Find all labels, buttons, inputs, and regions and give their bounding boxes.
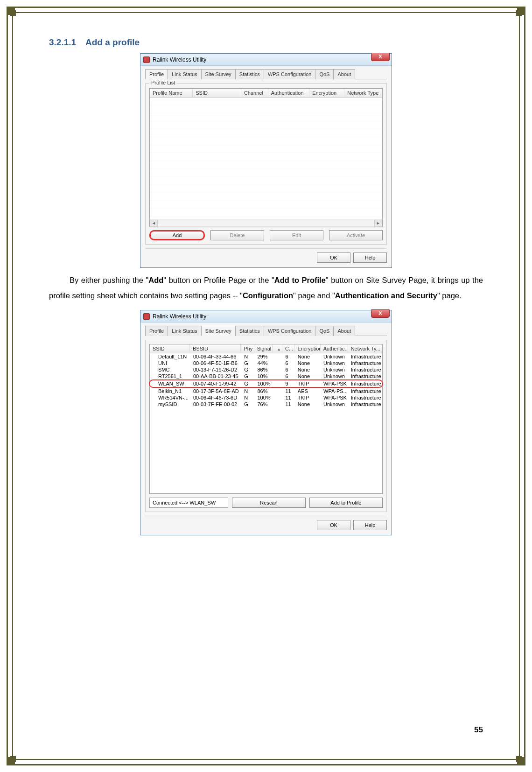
cell-c: 11 (282, 395, 294, 400)
scroll-right-icon[interactable]: ► (374, 220, 382, 227)
rescan-button[interactable]: Rescan (232, 498, 305, 508)
tab-qos[interactable]: QoS (315, 69, 334, 79)
tab-link-status[interactable]: Link Status (168, 69, 201, 79)
table-row[interactable]: UNI00-06-4F-50-1E-B6G44%6NoneUnknownInfr… (150, 360, 382, 366)
listview-header[interactable]: Profile NameSSIDChannelAuthenticationEnc… (150, 89, 382, 98)
close-button[interactable]: X (371, 309, 390, 318)
cell-nt: Infrastructure (348, 381, 382, 386)
listview-body[interactable] (150, 98, 382, 219)
cell-enc: None (295, 354, 321, 359)
group-label: Profile List (149, 80, 177, 85)
cell-c: 11 (282, 388, 294, 394)
column-header[interactable]: Network Type (344, 89, 382, 97)
column-header[interactable]: Channel (241, 89, 268, 97)
cell-auth: Unknown (321, 373, 348, 379)
column-header[interactable]: Authentic... (321, 344, 348, 353)
tab-qos[interactable]: QoS (315, 326, 334, 336)
ok-button[interactable]: OK (317, 520, 350, 530)
divider (145, 516, 387, 516)
tab-link-status[interactable]: Link Status (168, 326, 201, 336)
column-header[interactable]: Network Ty... (348, 344, 382, 353)
cell-enc: None (295, 401, 321, 407)
cell-ssid: SMC (150, 367, 190, 372)
tab-site-survey[interactable]: Site Survey (201, 69, 236, 79)
cell-ssid: WR514VN-... (150, 395, 190, 400)
section-heading: 3.2.1.1Add a profile (49, 37, 483, 48)
table-row[interactable]: mySSID00-03-7F-FE-00-02G76%11NoneUnknown… (150, 401, 382, 407)
profile-list-group: Profile List Profile NameSSIDChannelAuth… (145, 83, 387, 245)
cell-auth: Unknown (321, 360, 348, 366)
listview-header[interactable]: SSIDBSSIDPhySignalC...EncryptionAuthenti… (150, 344, 382, 353)
tab-statistics[interactable]: Statistics (235, 326, 264, 336)
tab-strip: ProfileLink StatusSite SurveyStatisticsW… (145, 69, 387, 79)
app-icon (143, 313, 150, 320)
column-header[interactable] (273, 344, 282, 353)
table-row[interactable]: RT2561_100-AA-BB-01-23-45G10%6NoneUnknow… (150, 373, 382, 379)
add-to-profile-button[interactable]: Add to Profile (309, 498, 383, 508)
cell-auth: WPA-PSK (321, 395, 348, 400)
tab-profile[interactable]: Profile (145, 326, 168, 336)
cell-auth: Unknown (321, 367, 348, 372)
tab-about[interactable]: About (333, 326, 355, 336)
cell-phy: G (241, 367, 254, 372)
scroll-left-icon[interactable]: ◄ (150, 220, 158, 227)
column-header[interactable]: Authentication (268, 89, 309, 97)
body-paragraph: By either pushing the "Add" button on Pr… (49, 273, 483, 303)
scroll-track[interactable] (158, 220, 374, 227)
cell-sort (273, 354, 282, 359)
table-row[interactable]: WR514VN-...00-06-4F-46-73-6DN100%11TKIPW… (150, 394, 382, 401)
tab-wps-configuration[interactable]: WPS Configuration (264, 326, 316, 336)
table-row[interactable]: SMC00-13-F7-19-26-D2G86%6NoneUnknownInfr… (150, 366, 382, 373)
help-button[interactable]: Help (353, 520, 387, 530)
titlebar[interactable]: Ralink Wireless Utility X (140, 54, 392, 66)
cell-sort (273, 388, 282, 394)
profile-listview[interactable]: Profile NameSSIDChannelAuthenticationEnc… (149, 88, 383, 227)
table-row[interactable]: Belkin_N100-17-3F-5A-8E-ADN86%11AESWPA-P… (150, 388, 382, 394)
cell-sort (273, 373, 282, 379)
horizontal-scrollbar[interactable]: ◄ ► (150, 219, 382, 227)
ok-button[interactable]: OK (317, 253, 350, 263)
activate-button[interactable]: Activate (329, 230, 383, 240)
titlebar[interactable]: Ralink Wireless Utility X (140, 310, 392, 323)
tab-strip: ProfileLink StatusSite SurveyStatisticsW… (145, 325, 387, 336)
delete-button[interactable]: Delete (210, 230, 264, 240)
cell-ssid: WLAN_SW (150, 381, 190, 386)
column-header[interactable]: C... (282, 344, 295, 353)
column-header[interactable]: Phy (241, 344, 254, 353)
section-title: Add a profile (85, 37, 140, 47)
column-header[interactable]: Profile Name (150, 89, 193, 97)
cell-bssid: 00-06-4F-46-73-6D (190, 395, 241, 400)
cell-enc: TKIP (295, 395, 321, 400)
section-number: 3.2.1.1 (49, 37, 85, 48)
cell-nt: Infrastructure (348, 401, 382, 407)
add-button[interactable]: Add (149, 230, 205, 240)
table-row[interactable]: Default_11N00-06-4F-33-44-66N29%6NoneUnk… (150, 353, 382, 360)
column-header[interactable]: Signal (254, 344, 273, 353)
cell-phy: G (241, 360, 254, 366)
cell-nt: Infrastructure (348, 395, 382, 400)
tab-site-survey[interactable]: Site Survey (201, 326, 236, 336)
listview-body[interactable]: Default_11N00-06-4F-33-44-66N29%6NoneUnk… (150, 353, 382, 493)
tab-statistics[interactable]: Statistics (235, 69, 264, 79)
close-button[interactable]: X (371, 53, 390, 61)
table-row[interactable]: WLAN_SW00-07-40-F1-99-42G100%9TKIPWPA-PS… (149, 379, 383, 388)
cell-bssid: 00-07-40-F1-99-42 (190, 381, 241, 386)
cell-bssid: 00-17-3F-5A-8E-AD (190, 388, 241, 394)
column-header[interactable]: SSID (150, 344, 190, 353)
survey-group: SSIDBSSIDPhySignalC...EncryptionAuthenti… (145, 340, 387, 512)
tab-profile[interactable]: Profile (145, 69, 168, 79)
column-header[interactable]: SSID (193, 89, 241, 97)
column-header[interactable]: Encryption (309, 89, 344, 97)
help-button[interactable]: Help (353, 253, 387, 263)
cell-auth: WPA-PS... (321, 388, 348, 394)
tab-wps-configuration[interactable]: WPS Configuration (264, 69, 316, 79)
survey-listview[interactable]: SSIDBSSIDPhySignalC...EncryptionAuthenti… (149, 344, 383, 494)
cell-phy: N (241, 354, 254, 359)
tab-about[interactable]: About (333, 69, 355, 79)
window-title: Ralink Wireless Utility (153, 56, 206, 63)
edit-button[interactable]: Edit (270, 230, 323, 240)
cell-phy: G (241, 373, 254, 379)
column-header[interactable]: Encryption (294, 344, 320, 353)
page-number: 55 (474, 725, 483, 735)
column-header[interactable]: BSSID (190, 344, 241, 353)
